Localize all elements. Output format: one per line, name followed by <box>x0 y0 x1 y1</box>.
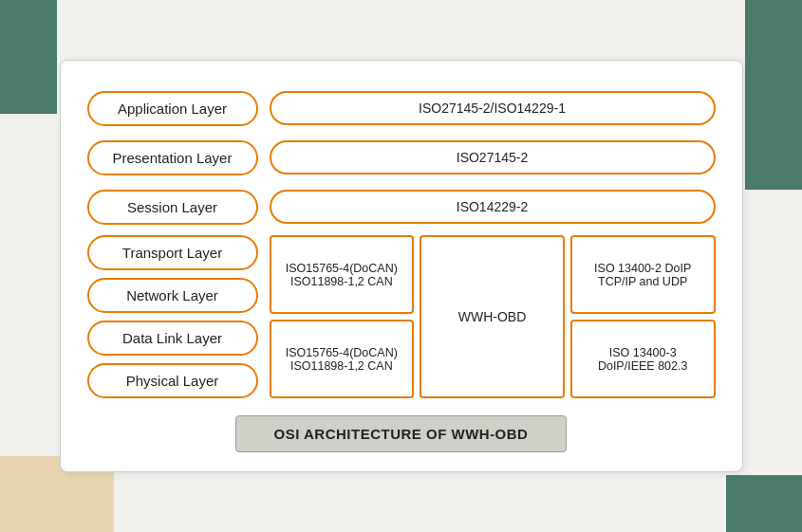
grid-cell-bottom-left: ISO15765-4(DoCAN) ISO11898-1,2 CAN <box>270 320 415 398</box>
physical-layer-label: Physical Layer <box>87 363 258 398</box>
grid-cell-top-right: ISO 13400-2 DoIP TCP/IP and UDP <box>570 235 716 314</box>
main-card: Application Layer ISO27145-2/ISO14229-1 … <box>60 60 743 472</box>
content-grid: Application Layer ISO27145-2/ISO14229-1 … <box>87 87 716 398</box>
session-pill: ISO14229-2 <box>270 190 716 224</box>
bg-accent-bottom-right <box>726 475 802 532</box>
grid-cell-top-left: ISO15765-4(DoCAN) ISO11898-1,2 CAN <box>270 235 415 314</box>
session-right: ISO14229-2 <box>270 190 716 224</box>
bg-accent-top-right <box>745 0 802 190</box>
presentation-layer-row: Presentation Layer ISO27145-2 <box>87 137 716 178</box>
application-pill: ISO27145-2/ISO14229-1 <box>270 91 716 125</box>
datalink-layer-label: Data Link Layer <box>87 321 258 356</box>
session-layer-label: Session Layer <box>87 190 258 225</box>
network-layer-label: Network Layer <box>87 278 258 313</box>
lower-labels: Transport Layer Network Layer Data Link … <box>87 235 258 398</box>
lower-right-grid-container: ISO15765-4(DoCAN) ISO11898-1,2 CAN WWH-O… <box>270 235 716 398</box>
session-layer-row: Session Layer ISO14229-2 <box>87 186 716 228</box>
application-layer-row: Application Layer ISO27145-2/ISO14229-1 <box>87 87 716 129</box>
application-layer-label: Application Layer <box>87 91 258 126</box>
presentation-layer-label: Presentation Layer <box>87 140 258 175</box>
bottom-label: OSI ARCHITECTURE OF WWH-OBD <box>235 415 568 452</box>
presentation-right: ISO27145-2 <box>270 140 716 174</box>
lower-grid: ISO15765-4(DoCAN) ISO11898-1,2 CAN WWH-O… <box>270 235 716 398</box>
transport-layer-label: Transport Layer <box>87 235 258 270</box>
application-right: ISO27145-2/ISO14229-1 <box>270 91 716 125</box>
grid-cell-middle: WWH-OBD <box>420 235 565 398</box>
bottom-label-container: OSI ARCHITECTURE OF WWH-OBD <box>87 415 716 452</box>
bg-accent-top-left <box>0 0 57 114</box>
presentation-pill: ISO27145-2 <box>270 140 716 174</box>
lower-section: Transport Layer Network Layer Data Link … <box>87 235 716 398</box>
grid-cell-bottom-right: ISO 13400-3 DoIP/IEEE 802.3 <box>570 320 716 398</box>
